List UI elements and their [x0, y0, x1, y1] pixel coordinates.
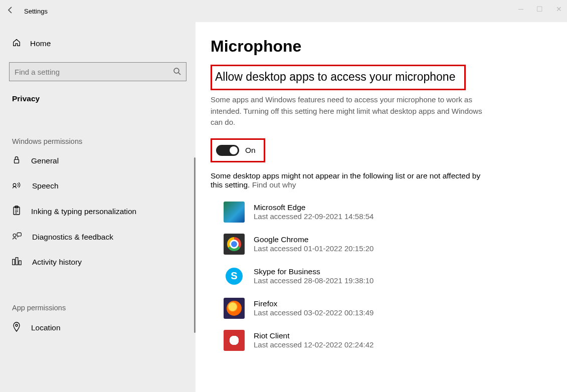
sidebar-home-label: Home: [30, 39, 51, 48]
app-last-accessed: Last accessed 03-02-2022 00:13:49: [254, 308, 373, 317]
sidebar-item-label: Location: [31, 323, 61, 332]
svg-rect-10: [17, 233, 21, 236]
app-last-accessed: Last accessed 22-09-2021 14:58:54: [254, 212, 373, 221]
note-text: Some desktop apps might not appear in th…: [211, 171, 491, 189]
sidebar-item-inking[interactable]: Inking & typing personalization: [0, 199, 196, 225]
lock-icon: [12, 155, 21, 166]
sidebar-item-label: Inking & typing personalization: [31, 207, 136, 216]
section-heading: Allow desktop apps to access your microp…: [214, 68, 457, 87]
close-button[interactable]: ✕: [556, 5, 562, 13]
svg-rect-13: [19, 261, 22, 265]
window-title: Settings: [24, 8, 48, 15]
app-row-chrome: Google Chrome Last accessed 01-01-2022 2…: [224, 234, 549, 255]
svg-rect-12: [16, 258, 18, 265]
maximize-button[interactable]: ☐: [536, 5, 543, 13]
titlebar: Settings ─ ☐ ✕: [0, 0, 567, 22]
toggle-state-label: On: [245, 146, 256, 155]
allow-desktop-apps-toggle[interactable]: [216, 145, 239, 156]
highlight-box-toggle: On: [211, 138, 265, 162]
edge-icon: [224, 202, 245, 223]
svg-point-14: [16, 324, 18, 326]
location-icon: [12, 322, 21, 334]
sidebar-home[interactable]: Home: [0, 31, 196, 56]
sidebar-item-general[interactable]: General: [0, 148, 196, 173]
speech-icon: [12, 180, 22, 191]
sidebar-item-speech[interactable]: Speech: [0, 173, 196, 199]
find-out-why-link[interactable]: Find out why: [252, 180, 296, 189]
riot-icon: [224, 330, 245, 351]
toggle-knob: [230, 146, 238, 154]
sidebar-item-label: Speech: [32, 181, 59, 190]
app-name: Riot Client: [254, 331, 373, 340]
app-row-skype: S Skype for Business Last accessed 28-08…: [224, 266, 549, 287]
history-icon: [12, 257, 22, 268]
back-button[interactable]: [0, 6, 21, 16]
sidebar-item-location[interactable]: Location: [0, 315, 196, 341]
app-name: Microsoft Edge: [254, 203, 373, 212]
sidebar-item-label: Activity history: [32, 258, 82, 267]
page-title: Microphone: [211, 37, 549, 56]
app-last-accessed: Last accessed 12-02-2022 02:24:42: [254, 340, 373, 349]
app-row-riot: Riot Client Last accessed 12-02-2022 02:…: [224, 330, 549, 351]
app-name: Firefox: [254, 299, 373, 308]
sidebar-item-label: Diagnostics & feedback: [32, 233, 113, 242]
sidebar: Home Privacy Windows permissions General…: [0, 22, 196, 392]
svg-point-9: [13, 234, 16, 237]
search-input[interactable]: [15, 68, 173, 76]
search-input-wrap[interactable]: [9, 62, 186, 81]
search-icon: [173, 67, 181, 77]
clipboard-icon: [12, 206, 21, 218]
highlight-box-heading: Allow desktop apps to access your microp…: [211, 65, 466, 90]
app-row-firefox: Firefox Last accessed 03-02-2022 00:13:4…: [224, 298, 549, 319]
svg-point-0: [174, 68, 179, 73]
main-content: Microphone Allow desktop apps to access …: [196, 22, 567, 392]
sidebar-group-app-permissions: App permissions: [0, 275, 196, 315]
sidebar-item-activity-history[interactable]: Activity history: [0, 250, 196, 275]
note-body: Some desktop apps might not appear in th…: [211, 171, 480, 189]
chrome-icon: [224, 234, 245, 255]
feedback-icon: [12, 232, 22, 243]
sidebar-item-label: General: [31, 156, 59, 165]
sidebar-group-windows-permissions: Windows permissions: [0, 108, 196, 148]
sidebar-item-diagnostics[interactable]: Diagnostics & feedback: [0, 225, 196, 250]
svg-rect-11: [13, 259, 15, 265]
minimize-button[interactable]: ─: [518, 5, 523, 13]
skype-icon: S: [224, 266, 245, 287]
app-row-edge: Microsoft Edge Last accessed 22-09-2021 …: [224, 202, 549, 223]
app-name: Google Chrome: [254, 235, 373, 244]
app-list: Microsoft Edge Last accessed 22-09-2021 …: [224, 202, 549, 351]
app-last-accessed: Last accessed 01-01-2022 20:15:20: [254, 244, 373, 253]
svg-line-1: [178, 73, 180, 75]
svg-rect-2: [15, 159, 19, 163]
app-name: Skype for Business: [254, 267, 373, 276]
firefox-icon: [224, 298, 245, 319]
home-icon: [12, 38, 21, 49]
section-description: Some apps and Windows features need to a…: [211, 94, 491, 128]
sidebar-current-section: Privacy: [0, 90, 196, 108]
app-last-accessed: Last accessed 28-08-2021 19:38:10: [254, 276, 373, 285]
svg-point-3: [13, 183, 16, 186]
